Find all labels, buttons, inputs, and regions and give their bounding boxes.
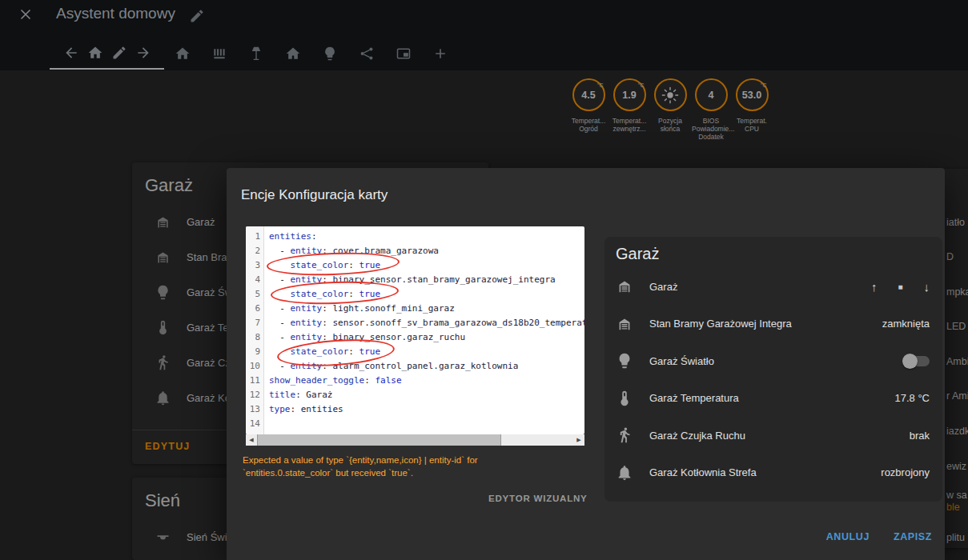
scroll-right-arrow[interactable]: ▶ [573, 434, 584, 446]
cancel-button[interactable]: ANULUJ [826, 531, 870, 542]
garage-icon [616, 315, 633, 333]
preview-rows: Garaż↑■↓Stan Bramy Garażowej Integrazamk… [604, 268, 942, 491]
scrollbar-thumb[interactable] [257, 434, 501, 446]
editor-line-numbers: 1234567891011121314 [246, 226, 264, 434]
cover-stop-button[interactable]: ■ [898, 282, 902, 291]
visual-editor-button[interactable]: EDYTOR WIZUALNY [488, 494, 588, 503]
save-button[interactable]: ZAPISZ [894, 531, 932, 542]
bell-icon [616, 464, 633, 482]
cover-open-button[interactable]: ↑ [871, 280, 878, 294]
preview-entity-row[interactable]: Garaż Czujka Ruchubrak [604, 417, 942, 454]
scroll-left-arrow[interactable]: ◀ [246, 434, 257, 446]
yaml-editor[interactable]: 1234567891011121314 entities: - entity: … [246, 226, 584, 434]
card-config-dialog: Encje Konfiguracja karty 123456789101112… [227, 168, 945, 560]
thermometer-icon [616, 390, 633, 407]
preview-entity-row[interactable]: Garaż↑■↓ [604, 268, 942, 306]
cover-controls: ↑■↓ [871, 280, 930, 294]
cover-close-button[interactable]: ↓ [924, 280, 930, 294]
entity-state: zamknięta [882, 318, 930, 330]
light-toggle[interactable] [904, 356, 930, 366]
lightbulb-icon [616, 352, 633, 370]
entity-state: rozbrojony [881, 466, 930, 478]
entity-state: brak [910, 430, 930, 442]
entity-name: Garaż Temperatura [649, 392, 894, 404]
walk-icon [616, 426, 633, 444]
screen: Asystent domowy 4.5°CTemperat...Ogród1.9… [0, 0, 968, 560]
preview-entity-row[interactable]: Garaż Światło [604, 342, 942, 380]
config-error-line1: Expected a value of type `{entity,name,i… [243, 454, 595, 466]
entity-name: Garaż Światło [649, 355, 904, 367]
entity-name: Garaż Czujka Ruchu [649, 430, 910, 442]
editor-code[interactable]: entities: - entity: cover.brama_garazowa… [264, 226, 584, 434]
dialog-actions: ANULUJ ZAPISZ [826, 531, 932, 542]
entity-state: 17.8 °C [894, 392, 930, 404]
preview-entity-row[interactable]: Garaż Temperatura17.8 °C [604, 380, 942, 418]
preview-entity-row[interactable]: Garaż Kotłownia Strefarozbrojony [604, 454, 942, 492]
config-error: Expected a value of type `{entity,name,i… [243, 454, 595, 479]
toggle-knob [902, 354, 918, 369]
dialog-title: Encje Konfiguracja karty [241, 187, 388, 203]
entity-name: Garaż [649, 281, 871, 293]
editor-scrollbar[interactable]: ◀ ▶ [246, 434, 584, 446]
preview-card-title: Garaż [604, 237, 942, 263]
config-error-line2: `entities.0.state_color` but received `t… [243, 466, 595, 479]
entity-name: Garaż Kotłownia Strefa [649, 466, 881, 478]
entity-name: Stan Bramy Garażowej Integra [649, 318, 882, 330]
preview-entity-row[interactable]: Stan Bramy Garażowej Integrazamknięta [604, 306, 942, 343]
preview-card: Garaż Garaż↑■↓Stan Bramy Garażowej Integ… [604, 237, 942, 502]
garage-icon [616, 278, 633, 295]
